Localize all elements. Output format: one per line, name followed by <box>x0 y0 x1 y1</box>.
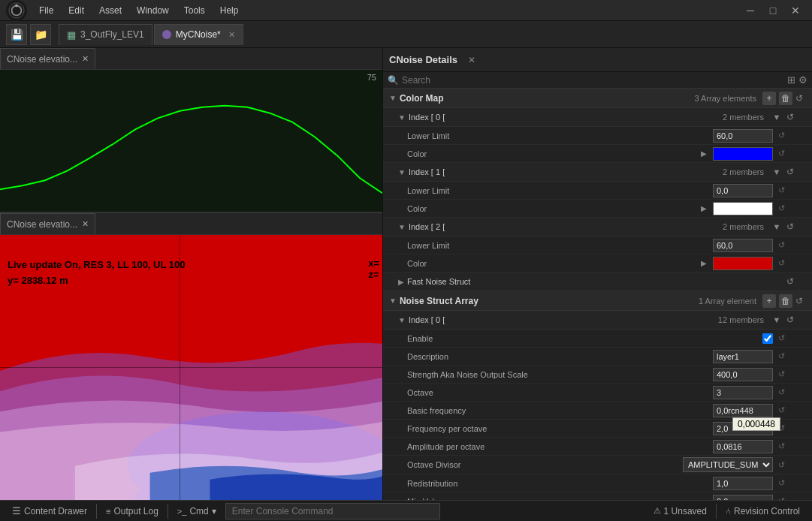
cmd-button[interactable]: >_ Cmd ▾ <box>171 501 222 522</box>
noise-struct-reset-button[interactable]: ↺ <box>792 294 806 308</box>
basic-freq-input[interactable] <box>713 404 773 417</box>
description-reset-icon[interactable]: ↺ <box>774 350 788 363</box>
menu-asset[interactable]: Asset <box>93 4 128 17</box>
index1-reset-button[interactable]: ↺ <box>783 165 797 179</box>
index1-expand-icon[interactable]: ▼ <box>770 165 783 179</box>
index2-color-swatch[interactable] <box>713 257 773 270</box>
left-tab-top[interactable]: CNoise elevatio... ✕ <box>0 48 95 69</box>
index2-lower-limit-label: Lower Limit <box>407 241 713 250</box>
index2-expand-icon[interactable]: ▼ <box>770 220 783 233</box>
description-row: Description ↺ <box>383 348 812 366</box>
color-map-index1-header[interactable]: ▼ Index [ 1 [ 2 members ▼ ↺ <box>383 163 812 182</box>
noise-index0-badge: 12 members <box>718 315 764 324</box>
freq-per-octave-input[interactable] <box>713 422 773 435</box>
index0-reset-button[interactable]: ↺ <box>783 110 797 124</box>
basic-freq-label: Basic frequency <box>407 406 713 415</box>
color-map-remove-button[interactable]: 🗑 <box>779 92 792 105</box>
left-tab-top-close[interactable]: ✕ <box>82 54 89 64</box>
octave-input[interactable] <box>713 386 773 399</box>
amp-per-octave-input[interactable] <box>713 440 773 453</box>
index1-lower-limit-value <box>713 184 773 197</box>
noise-struct-remove-button[interactable]: 🗑 <box>779 294 792 308</box>
minimize-button[interactable]: ─ <box>740 2 761 19</box>
index1-color-reset-icon[interactable]: ↺ <box>774 202 788 215</box>
browse-button[interactable]: 📁 <box>30 24 51 45</box>
fast-noise-reset-button[interactable]: ↺ <box>783 275 797 288</box>
menu-tools[interactable]: Tools <box>178 4 211 17</box>
index1-lower-limit-reset-icon[interactable]: ↺ <box>774 184 788 197</box>
tab-cnoise[interactable]: MyCNoise* ✕ <box>154 24 243 45</box>
content-drawer-button[interactable]: ☰ Content Drawer <box>6 501 93 522</box>
enable-reset-icon[interactable]: ↺ <box>774 332 788 345</box>
strength-label: Strength Aka Noise Output Scale <box>407 370 713 379</box>
index2-color-row: Color ▶ ↺ <box>383 254 812 273</box>
min-value-reset-icon[interactable]: ↺ <box>774 495 788 501</box>
freq-per-octave-reset-icon[interactable]: ↺ <box>774 422 788 435</box>
redistribution-reset-icon[interactable]: ↺ <box>774 477 788 490</box>
color-map-controls: + 🗑 <box>762 92 792 105</box>
output-log-label: Output Log <box>113 506 158 516</box>
noise-struct-array-header[interactable]: ▼ Noise Struct Array 1 Array element + 🗑… <box>383 291 812 311</box>
index2-reset-button[interactable]: ↺ <box>783 220 797 233</box>
strength-row: Strength Aka Noise Output Scale ↺ <box>383 366 812 384</box>
index0-lower-limit-value <box>713 129 773 143</box>
panel-close-icon[interactable]: ✕ <box>468 55 475 65</box>
octave-divisor-select[interactable]: AMPLITUDE_SUM MAX MIN <box>683 457 773 472</box>
console-input[interactable] <box>225 503 440 519</box>
index0-color-swatch[interactable] <box>713 147 773 161</box>
min-value-input[interactable] <box>713 495 773 501</box>
index0-color-reset-icon[interactable]: ↺ <box>774 147 788 161</box>
noise-struct-add-button[interactable]: + <box>762 294 776 308</box>
enable-checkbox[interactable] <box>762 333 773 344</box>
color-map-reset-button[interactable]: ↺ <box>792 92 806 105</box>
octave-divisor-reset-icon[interactable]: ↺ <box>774 458 788 471</box>
index1-lower-limit-input[interactable] <box>713 184 773 197</box>
color-map-add-button[interactable]: + <box>762 92 776 105</box>
unsaved-button[interactable]: ⚠ 1 Unsaved <box>647 501 713 522</box>
description-input[interactable] <box>713 350 773 363</box>
index2-lower-limit-input[interactable] <box>713 239 773 252</box>
noise-index0-expand-icon[interactable]: ▼ <box>770 313 783 327</box>
redistribution-input[interactable] <box>713 477 773 490</box>
noise-index0-title: Index [ 0 [ <box>409 315 718 324</box>
revision-control-button[interactable]: ⑃ Revision Control <box>720 501 806 522</box>
strength-input[interactable] <box>713 368 773 381</box>
maximize-button[interactable]: □ <box>762 2 783 19</box>
color-map-section-header[interactable]: ▼ Color Map 3 Array elements + 🗑 ↺ <box>383 89 812 108</box>
menu-help[interactable]: Help <box>214 4 245 17</box>
menu-edit[interactable]: Edit <box>62 4 90 17</box>
tab-map[interactable]: ▦ 3_OutFly_LEV1 <box>59 24 152 45</box>
color-map-index2-header[interactable]: ▼ Index [ 2 [ 2 members ▼ ↺ <box>383 218 812 236</box>
save-button[interactable]: 💾 <box>6 24 27 45</box>
close-button[interactable]: ✕ <box>785 2 806 19</box>
tab-close-icon[interactable]: ✕ <box>228 30 235 40</box>
index2-lower-limit-reset-icon[interactable]: ↺ <box>774 239 788 252</box>
noise-index0-header[interactable]: ▼ Index [ 0 [ 12 members ▼ ↺ <box>383 311 812 330</box>
menu-window[interactable]: Window <box>131 4 175 17</box>
noise-index0-reset-button[interactable]: ↺ <box>783 313 797 327</box>
index0-expand-icon[interactable]: ▼ <box>770 110 783 124</box>
basic-freq-reset-icon[interactable]: ↺ <box>774 404 788 417</box>
octave-reset-icon[interactable]: ↺ <box>774 386 788 399</box>
color-map-index0-header[interactable]: ▼ Index [ 0 [ 2 members ▼ ↺ <box>383 108 812 127</box>
revision-control-label: Revision Control <box>734 506 800 516</box>
index2-lower-limit-row: Lower Limit ↺ <box>383 236 812 254</box>
amp-per-octave-reset-icon[interactable]: ↺ <box>774 440 788 453</box>
left-panel: CNoise elevatio... ✕ 75 CNoise elevatio.… <box>0 48 383 500</box>
fast-noise-row[interactable]: ▶ Fast Noise Struct ↺ <box>383 273 812 291</box>
cmd-icon: >_ <box>177 507 187 516</box>
index0-lower-limit-label: Lower Limit <box>407 131 713 140</box>
menu-file[interactable]: File <box>33 4 59 17</box>
grid-icon[interactable]: ⊞ <box>787 74 795 86</box>
index0-lower-limit-reset-icon[interactable]: ↺ <box>774 129 788 143</box>
octave-row: Octave ↺ <box>383 384 812 402</box>
index0-lower-limit-input[interactable] <box>713 129 773 143</box>
gear-icon[interactable]: ⚙ <box>798 74 807 86</box>
strength-reset-icon[interactable]: ↺ <box>774 368 788 381</box>
index1-color-swatch[interactable] <box>713 202 773 215</box>
left-tab-bottom[interactable]: CNoise elevatio... ✕ <box>0 213 95 234</box>
output-log-button[interactable]: ≡ Output Log <box>100 501 165 522</box>
index2-color-reset-icon[interactable]: ↺ <box>774 257 788 270</box>
left-tab-bottom-close[interactable]: ✕ <box>82 219 89 229</box>
search-input[interactable] <box>402 75 784 86</box>
